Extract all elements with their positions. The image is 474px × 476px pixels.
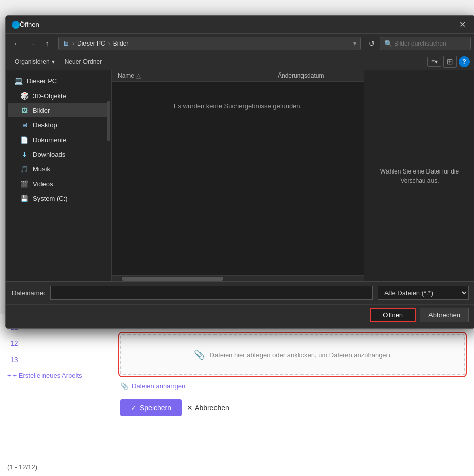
plus-icon: + bbox=[7, 372, 11, 379]
preview-panel: Wählen Sie eine Datei für die Vorschau a… bbox=[364, 70, 474, 281]
dialog-close-button[interactable]: ✕ bbox=[456, 18, 469, 31]
create-new-work-button[interactable]: + + Erstelle neues Arbeits bbox=[0, 368, 111, 383]
file-list-header: Name △ Änderungsdatum bbox=[112, 70, 364, 82]
path-icon: 🖥 bbox=[63, 39, 69, 47]
dialog-body: 💻 Dieser PC 🎲 3D-Objekte 🖼 Bilder 🖥 Desk… bbox=[6, 70, 474, 281]
nav-path-bar[interactable]: 🖥 › Dieser PC › Bilder ▾ bbox=[58, 37, 361, 50]
search-input[interactable] bbox=[394, 40, 466, 47]
filename-label: Dateiname: bbox=[12, 289, 45, 297]
check-icon: ✓ bbox=[131, 404, 137, 412]
organize-label: Organisieren bbox=[15, 58, 50, 65]
paperclip-icon: 📎 bbox=[194, 349, 205, 360]
col-header-name[interactable]: Name △ bbox=[118, 72, 278, 79]
sidebar-item-3d-objekte[interactable]: 🎲 3D-Objekte bbox=[8, 89, 109, 103]
sidebar-label-dokumente: Dokumente bbox=[33, 136, 66, 144]
sidebar-item-dokumente[interactable]: 📄 Dokumente bbox=[8, 133, 109, 147]
attach-icon: 📎 bbox=[120, 382, 128, 390]
organize-arrow: ▾ bbox=[52, 58, 55, 65]
file-list-area: Es wurden keine Suchergebnisse gefunden. bbox=[112, 82, 364, 275]
nav-refresh-button[interactable]: ↺ bbox=[365, 36, 379, 51]
filename-input[interactable] bbox=[50, 286, 373, 300]
edge-icon bbox=[12, 21, 20, 29]
attach-files-label: Dateien anhängen bbox=[132, 382, 185, 390]
drop-zone-text: Dateien hier ablegen oder anklicken, um … bbox=[210, 351, 392, 359]
row-numbers-panel: 11 12 13 + + Erstelle neues Arbeits (1 -… bbox=[0, 314, 111, 476]
help-button[interactable]: ? bbox=[459, 56, 470, 67]
col-name-label: Name bbox=[118, 72, 134, 79]
file-open-dialog: Öffnen ✕ ← → ↑ 🖥 › Dieser PC › Bilder ▾ … bbox=[5, 15, 474, 329]
sidebar-item-dieser-pc[interactable]: 💻 Dieser PC bbox=[8, 74, 109, 88]
bilder-icon: 🖼 bbox=[20, 106, 29, 115]
bottom-section: 11 12 13 + + Erstelle neues Arbeits (1 -… bbox=[0, 314, 474, 476]
sidebar-label-desktop: Desktop bbox=[33, 121, 57, 129]
dialog-title: Öffnen bbox=[20, 21, 456, 28]
col-header-date[interactable]: Änderungsdatum bbox=[278, 72, 358, 79]
path-sep-1: › bbox=[72, 40, 74, 47]
no-results-message: Es wurden keine Suchergebnisse gefunden. bbox=[122, 92, 354, 110]
sidebar-label-videos: Videos bbox=[33, 180, 53, 188]
dialog-toolbar: Organisieren ▾ Neuer Ordner ≡ ▾ ⊞ ? bbox=[6, 53, 474, 70]
sidebar-label-musik: Musik bbox=[33, 165, 50, 173]
organize-button[interactable]: Organisieren ▾ bbox=[11, 57, 59, 67]
save-button[interactable]: ✓ Speichern bbox=[120, 399, 182, 416]
3d-icon: 🎲 bbox=[20, 91, 29, 100]
dialog-main-area: Name △ Änderungsdatum Es wurden keine Su… bbox=[112, 70, 364, 281]
path-sep-2: › bbox=[108, 40, 110, 47]
open-button[interactable]: Öffnen bbox=[370, 308, 416, 322]
attach-files-link[interactable]: 📎 Dateien anhängen bbox=[120, 380, 465, 392]
search-box: 🔍 bbox=[380, 37, 471, 50]
path-bilder[interactable]: Bilder bbox=[113, 40, 129, 47]
dialog-titlebar: Öffnen ✕ bbox=[6, 16, 474, 34]
sidebar-item-downloads[interactable]: ⬇ Downloads bbox=[8, 147, 109, 161]
cancel-bottom-button[interactable]: ✕ Abbrechen bbox=[187, 404, 229, 412]
cancel-button[interactable]: Abbrechen bbox=[420, 308, 469, 322]
view-button[interactable]: ≡ ▾ bbox=[427, 57, 441, 67]
sidebar-item-musik[interactable]: 🎵 Musik bbox=[8, 162, 109, 176]
system-icon: 💾 bbox=[20, 194, 29, 203]
pagination-info: (1 - 12/12) bbox=[7, 463, 37, 471]
col-date-label: Änderungsdatum bbox=[278, 72, 324, 79]
nav-back-button[interactable]: ← bbox=[10, 36, 24, 51]
dialog-action-buttons: Öffnen Abbrechen bbox=[6, 304, 474, 328]
videos-icon: 🎬 bbox=[20, 179, 29, 188]
cancel-bottom-label: Abbrechen bbox=[195, 404, 229, 412]
new-folder-label: Neuer Ordner bbox=[65, 58, 102, 65]
file-drop-zone[interactable]: 📎 Dateien hier ablegen oder anklicken, u… bbox=[120, 334, 465, 375]
dokumente-icon: 📄 bbox=[20, 135, 29, 144]
row-number-13[interactable]: 13 bbox=[0, 352, 111, 368]
large-icons-button[interactable]: ⊞ bbox=[443, 56, 457, 68]
dialog-navbar: ← → ↑ 🖥 › Dieser PC › Bilder ▾ ↺ 🔍 bbox=[6, 34, 474, 53]
musik-icon: 🎵 bbox=[20, 164, 29, 174]
path-dropdown-arrow: ▾ bbox=[353, 40, 356, 47]
horizontal-scrollbar[interactable] bbox=[112, 275, 364, 281]
bottom-right-content: ANHÄNGE 📎 Dateien hier ablegen oder ankl… bbox=[111, 314, 474, 476]
downloads-icon: ⬇ bbox=[20, 150, 29, 159]
sidebar-label-system: System (C:) bbox=[33, 195, 68, 202]
sidebar-label-3d: 3D-Objekte bbox=[33, 92, 66, 100]
x-icon: ✕ bbox=[187, 404, 193, 412]
preview-text: Wählen Sie eine Datei für die Vorschau a… bbox=[372, 167, 467, 185]
sidebar-label-bilder: Bilder bbox=[33, 107, 50, 114]
nav-up-button[interactable]: ↑ bbox=[40, 36, 54, 51]
sort-icon: △ bbox=[136, 72, 141, 79]
sidebar-label-downloads: Downloads bbox=[33, 151, 65, 158]
filename-bar: Dateiname: Alle Dateien (*.*) bbox=[6, 281, 474, 304]
desktop-icon: 🖥 bbox=[20, 120, 29, 129]
view-arrow: ▾ bbox=[435, 58, 438, 65]
sidebar-item-bilder[interactable]: 🖼 Bilder bbox=[8, 103, 109, 117]
bottom-actions: ✓ Speichern ✕ Abbrechen bbox=[120, 399, 465, 416]
search-icon: 🔍 bbox=[384, 40, 392, 47]
path-dieser-pc[interactable]: Dieser PC bbox=[77, 40, 105, 47]
sidebar-scrollbar[interactable] bbox=[107, 101, 110, 141]
row-number-12[interactable]: 12 bbox=[0, 335, 111, 352]
view-label: ≡ bbox=[431, 58, 435, 65]
sidebar-item-desktop[interactable]: 🖥 Desktop bbox=[8, 118, 109, 132]
nav-forward-button[interactable]: → bbox=[25, 36, 39, 51]
filetype-select[interactable]: Alle Dateien (*.*) bbox=[378, 286, 469, 300]
dialog-sidebar: 💻 Dieser PC 🎲 3D-Objekte 🖼 Bilder 🖥 Desk… bbox=[6, 70, 112, 281]
sidebar-item-videos[interactable]: 🎬 Videos bbox=[8, 177, 109, 191]
scrollbar-thumb[interactable] bbox=[122, 277, 223, 281]
new-folder-button[interactable]: Neuer Ordner bbox=[61, 57, 106, 67]
sidebar-item-system-c[interactable]: 💾 System (C:) bbox=[8, 191, 109, 205]
pc-icon: 💻 bbox=[14, 76, 23, 85]
